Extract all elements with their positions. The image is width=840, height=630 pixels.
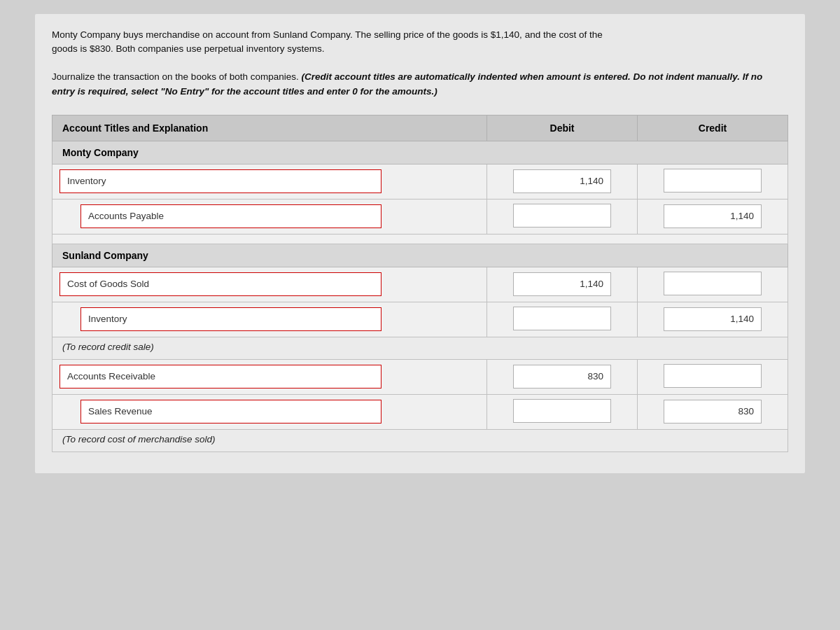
account-input-0-0[interactable]: Inventory (59, 169, 382, 193)
col-account-header: Account Titles and Explanation (52, 115, 487, 141)
debit-box-1-1[interactable] (513, 307, 611, 330)
page-container: Monty Company buys merchandise on accoun… (35, 14, 805, 473)
entry-row-2-0: Accounts Receivable830 (52, 359, 788, 394)
instruction-prefix: Journalize the transaction on the books … (52, 71, 301, 82)
debit-box-1-0[interactable]: 1,140 (513, 272, 611, 296)
credit-box-0-1[interactable]: 1,140 (664, 204, 762, 228)
entry-row-0-1: Accounts Payable1,140 (52, 199, 788, 234)
credit-box-2-0[interactable] (664, 364, 762, 388)
intro-paragraph: Monty Company buys merchandise on accoun… (52, 28, 788, 57)
account-input-1-1[interactable]: Inventory (80, 307, 382, 331)
entry-row-1-0: Cost of Goods Sold1,140 (52, 267, 788, 302)
section-header-1: Sunland Company (52, 244, 788, 267)
intro-line1: Monty Company buys merchandise on accoun… (52, 29, 603, 40)
section-header-0: Monty Company (52, 141, 788, 164)
note-row-2: (To record cost of merchandise sold) (52, 429, 788, 451)
credit-box-1-1[interactable]: 1,140 (664, 307, 762, 331)
credit-box-1-0[interactable] (664, 272, 762, 295)
col-debit-header: Debit (487, 115, 638, 141)
section-name-1: Sunland Company (52, 244, 788, 267)
account-input-1-0[interactable]: Cost of Goods Sold (59, 272, 382, 296)
journal-table: Account Titles and Explanation Debit Cre… (52, 115, 788, 452)
entry-row-2-1: Sales Revenue830 (52, 394, 788, 429)
section-name-0: Monty Company (52, 141, 788, 164)
note-text-1: (To record credit sale) (52, 337, 788, 359)
debit-box-0-0[interactable]: 1,140 (513, 169, 611, 193)
entry-row-0-0: Inventory1,140 (52, 164, 788, 199)
credit-box-2-1[interactable]: 830 (664, 400, 762, 424)
account-input-2-1[interactable]: Sales Revenue (80, 400, 382, 424)
col-credit-header: Credit (638, 115, 788, 141)
account-input-2-0[interactable]: Accounts Receivable (59, 365, 382, 388)
debit-box-2-0[interactable]: 830 (513, 365, 611, 388)
entry-row-1-1: Inventory1,140 (52, 302, 788, 337)
instruction-paragraph: Journalize the transaction on the books … (52, 69, 788, 99)
note-text-2: (To record cost of merchandise sold) (52, 429, 788, 451)
debit-box-2-1[interactable] (513, 399, 611, 423)
debit-box-0-1[interactable] (513, 204, 611, 227)
account-input-0-1[interactable]: Accounts Payable (80, 204, 382, 228)
credit-box-0-0[interactable] (664, 169, 762, 192)
note-row-1: (To record credit sale) (52, 337, 788, 359)
intro-line2: goods is $830. Both companies use perpet… (52, 43, 324, 54)
spacer-row-0 (52, 234, 788, 244)
